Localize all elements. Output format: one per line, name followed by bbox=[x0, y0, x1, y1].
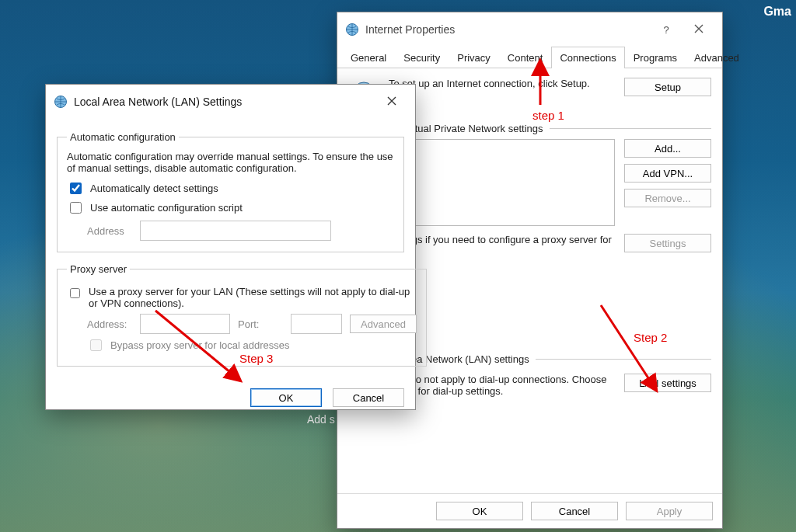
bypass-local-checkbox: Bypass proxy server for local addresses bbox=[87, 337, 417, 353]
dialog-title: Local Area Network (LAN) Settings bbox=[74, 96, 242, 108]
auto-detect-checkbox[interactable]: Automatically detect settings bbox=[67, 180, 394, 196]
remove-button: Remove... bbox=[624, 189, 711, 207]
vpn-settings-button: Settings bbox=[624, 234, 711, 252]
lan-settings-footer: OK Cancel bbox=[46, 377, 415, 418]
auto-address-input bbox=[140, 221, 331, 241]
proxy-legend: Proxy server bbox=[67, 263, 130, 275]
add-vpn-button[interactable]: Add VPN... bbox=[624, 164, 711, 183]
proxy-address-input bbox=[140, 314, 230, 334]
proxy-advanced-button: Advanced bbox=[350, 315, 417, 333]
apply-button: Apply bbox=[626, 502, 713, 520]
internet-properties-titlebar[interactable]: Internet Properties ? bbox=[337, 12, 722, 47]
proxy-port-input bbox=[291, 314, 342, 334]
proxy-server-group: Proxy server Use a proxy server for your… bbox=[57, 263, 427, 367]
automatic-configuration-group: Automatic configuration Automatic config… bbox=[57, 131, 404, 252]
close-button[interactable] bbox=[683, 19, 714, 40]
globe-icon bbox=[54, 95, 68, 109]
divider bbox=[550, 128, 712, 129]
close-icon bbox=[694, 24, 703, 36]
setup-button[interactable]: Setup bbox=[624, 78, 711, 96]
tab-advanced[interactable]: Advanced bbox=[686, 47, 748, 68]
lan-settings-titlebar[interactable]: Local Area Network (LAN) Settings bbox=[46, 85, 415, 119]
tab-connections[interactable]: Connections bbox=[551, 47, 624, 68]
proxy-port-label: Port: bbox=[238, 318, 283, 330]
tab-privacy[interactable]: Privacy bbox=[449, 47, 499, 68]
auto-script-input[interactable] bbox=[70, 202, 82, 214]
globe-icon bbox=[345, 23, 359, 37]
divider bbox=[536, 359, 711, 360]
auto-description: Automatic configuration may override man… bbox=[67, 151, 394, 174]
dialog-title: Internet Properties bbox=[365, 23, 455, 36]
desktop-partial-text: Gma bbox=[763, 5, 791, 19]
use-proxy-checkbox[interactable]: Use a proxy server for your LAN (These s… bbox=[67, 286, 417, 309]
use-proxy-label: Use a proxy server for your LAN (These s… bbox=[89, 286, 417, 309]
tab-programs[interactable]: Programs bbox=[625, 47, 686, 68]
ok-button[interactable]: OK bbox=[250, 388, 322, 407]
add-button[interactable]: Add... bbox=[624, 139, 711, 158]
proxy-address-label: Address: bbox=[87, 318, 132, 330]
tab-content[interactable]: Content bbox=[499, 47, 552, 68]
tabs-bar: General Security Privacy Content Connect… bbox=[337, 47, 722, 68]
tab-general[interactable]: General bbox=[342, 47, 395, 68]
auto-script-label: Use automatic configuration script bbox=[90, 202, 243, 214]
help-icon: ? bbox=[663, 24, 669, 36]
ok-button[interactable]: OK bbox=[436, 502, 523, 520]
help-button[interactable]: ? bbox=[651, 19, 682, 40]
auto-address-label: Address bbox=[87, 225, 132, 237]
close-icon bbox=[387, 96, 396, 108]
lan-settings-button[interactable]: LAN settings bbox=[624, 374, 711, 392]
auto-legend: Automatic configuration bbox=[67, 131, 179, 143]
cancel-button[interactable]: Cancel bbox=[531, 502, 618, 520]
cancel-button[interactable]: Cancel bbox=[333, 388, 404, 407]
use-proxy-input[interactable] bbox=[70, 287, 80, 299]
auto-detect-input[interactable] bbox=[70, 183, 82, 194]
tab-security[interactable]: Security bbox=[395, 47, 449, 68]
lan-settings-dialog: Local Area Network (LAN) Settings Automa… bbox=[45, 84, 416, 410]
setup-text: To set up an Internet connection, click … bbox=[389, 78, 615, 89]
internet-properties-footer: OK Cancel Apply bbox=[337, 493, 722, 528]
auto-script-checkbox[interactable]: Use automatic configuration script bbox=[67, 200, 394, 216]
bypass-local-input bbox=[90, 339, 102, 351]
auto-detect-label: Automatically detect settings bbox=[90, 183, 218, 194]
close-button[interactable] bbox=[376, 91, 407, 113]
bypass-local-label: Bypass proxy server for local addresses bbox=[110, 339, 289, 351]
